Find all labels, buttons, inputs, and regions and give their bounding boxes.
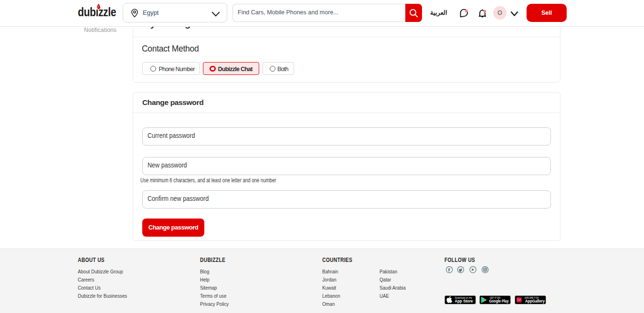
svg-text:AppGallery: AppGallery xyxy=(525,299,545,303)
svg-text:App Store: App Store xyxy=(455,299,473,303)
svg-text:Google Play: Google Play xyxy=(489,299,509,303)
